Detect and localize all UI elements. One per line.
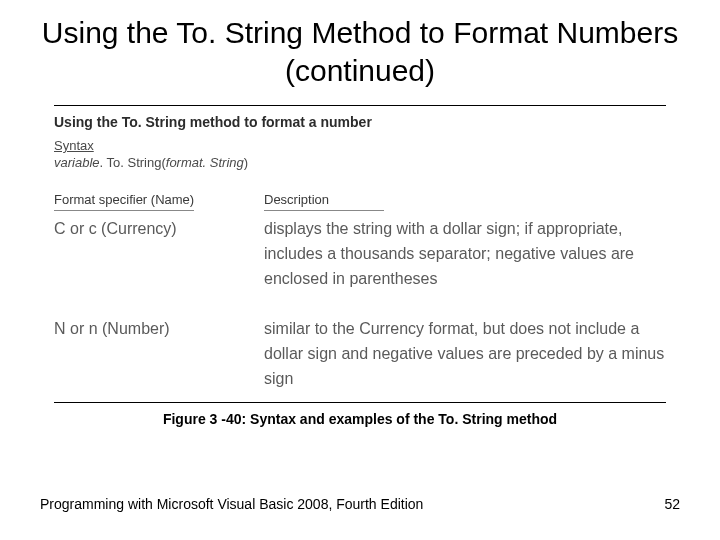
table-row: N or n (Number) similar to the Currency … (54, 317, 666, 391)
format-name: C or c (Currency) (54, 217, 264, 291)
page-number: 52 (664, 496, 680, 512)
section-heading: Using the To. String method to format a … (54, 114, 666, 130)
format-desc: displays the string with a dollar sign; … (264, 217, 666, 291)
rule-top (54, 105, 666, 106)
slide-title: Using the To. String Method to Format Nu… (0, 0, 720, 99)
syntax-expression: variable. To. String(format. String) (54, 155, 666, 170)
slide: Using the To. String Method to Format Nu… (0, 0, 720, 540)
syntax-arg: format. String (166, 155, 244, 170)
syntax-label: Syntax (54, 138, 666, 153)
format-desc: similar to the Currency format, but does… (264, 317, 666, 391)
col-header-right-wrap: Description (264, 192, 666, 217)
footer-text: Programming with Microsoft Visual Basic … (40, 496, 423, 512)
col-header-left: Format specifier (Name) (54, 192, 194, 211)
content-area: Using the To. String method to format a … (54, 105, 666, 403)
format-table-header: Format specifier (Name) Description (54, 192, 666, 217)
syntax-variable: variable (54, 155, 100, 170)
format-name: N or n (Number) (54, 317, 264, 391)
syntax-close: ) (244, 155, 248, 170)
table-row: C or c (Currency) displays the string wi… (54, 217, 666, 291)
footer: Programming with Microsoft Visual Basic … (40, 496, 680, 512)
syntax-method: . To. String( (100, 155, 166, 170)
figure-caption: Figure 3 -40: Syntax and examples of the… (40, 411, 680, 427)
col-header-left-wrap: Format specifier (Name) (54, 192, 264, 217)
rule-bottom (54, 402, 666, 403)
col-header-right: Description (264, 192, 384, 211)
